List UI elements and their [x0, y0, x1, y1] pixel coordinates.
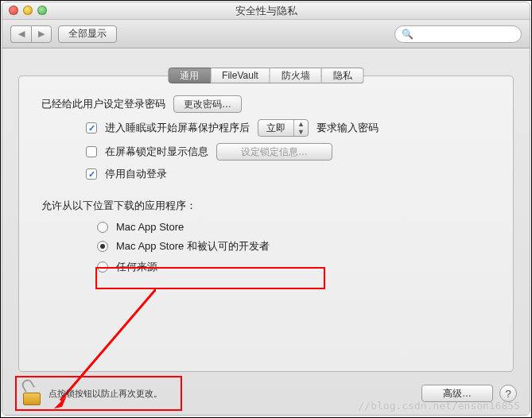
close-icon[interactable]	[9, 6, 18, 15]
titlebar: 安全性与隐私	[2, 2, 530, 20]
allow-apps-label: 允许从以下位置下载的应用程序：	[41, 199, 491, 213]
source-appstore-label: Mac App Store	[116, 221, 184, 233]
tab-bar: 通用 FileVault 防火墙 隐私	[168, 68, 364, 83]
lock-text: 点按锁按钮以防止再次更改。	[49, 388, 162, 400]
tab-privacy[interactable]: 隐私	[322, 68, 364, 83]
password-delay-select[interactable]: 立即 ▲▼	[258, 119, 309, 137]
pwd-set-label: 已经给此用户设定登录密码	[41, 97, 165, 111]
source-identified-label: Mac App Store 和被认可的开发者	[116, 239, 270, 254]
show-message-label: 在屏幕锁定时显示信息	[105, 145, 208, 159]
window-title: 安全性与隐私	[2, 2, 530, 20]
general-panel: 已经给此用户设定登录密码 更改密码… 进入睡眠或开始屏幕保护程序后 立即 ▲▼ …	[18, 75, 514, 372]
lock-area[interactable]: 点按锁按钮以防止再次更改。	[15, 376, 182, 411]
search-icon: 🔍	[402, 29, 414, 40]
tab-filevault[interactable]: FileVault	[211, 68, 270, 83]
tab-general[interactable]: 通用	[168, 68, 211, 83]
toolbar: ◀ ▶ 全部显示 🔍	[2, 20, 530, 48]
source-anywhere-radio[interactable]	[97, 261, 108, 273]
source-appstore-radio[interactable]	[97, 222, 108, 233]
require-password-label-a: 进入睡眠或开始屏幕保护程序后	[105, 121, 250, 135]
tab-firewall[interactable]: 防火墙	[270, 68, 322, 83]
source-identified-radio[interactable]	[97, 241, 108, 252]
chevron-updown-icon: ▲▼	[293, 120, 308, 136]
forward-button[interactable]: ▶	[31, 25, 52, 43]
require-password-checkbox[interactable]	[86, 122, 97, 134]
minimize-icon[interactable]	[23, 6, 33, 15]
lock-icon	[20, 381, 44, 405]
back-button[interactable]: ◀	[10, 25, 31, 43]
change-password-button[interactable]: 更改密码…	[173, 95, 242, 113]
password-delay-value: 立即	[258, 122, 293, 135]
set-lock-message-button: 设定锁定信息…	[216, 143, 332, 161]
disable-autologin-label: 停用自动登录	[105, 167, 167, 181]
watermark: //blog.csdn.net/enson16855	[359, 400, 521, 412]
disable-autologin-checkbox[interactable]	[86, 168, 97, 180]
zoom-icon[interactable]	[37, 6, 47, 15]
source-anywhere-label: 任何来源	[116, 260, 157, 274]
show-all-button[interactable]: 全部显示	[58, 25, 117, 43]
search-input[interactable]: 🔍	[394, 25, 522, 43]
show-message-checkbox[interactable]	[86, 146, 97, 157]
require-password-label-b: 要求输入密码	[316, 121, 379, 135]
